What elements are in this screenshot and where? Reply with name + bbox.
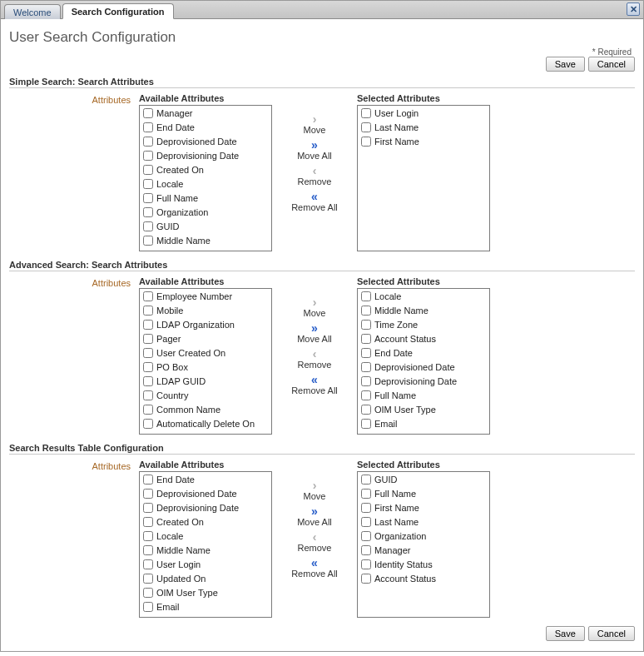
checkbox[interactable]	[143, 517, 153, 527]
checkbox[interactable]	[361, 503, 371, 513]
move-button[interactable]: ›Move	[281, 478, 348, 503]
list-item[interactable]: First Name	[358, 500, 489, 514]
list-item[interactable]: Account Status	[358, 571, 489, 585]
checkbox[interactable]	[361, 334, 371, 344]
list-item[interactable]: Updated On	[140, 571, 271, 585]
list-item[interactable]: Email	[358, 416, 489, 430]
checkbox[interactable]	[361, 517, 371, 527]
list-item[interactable]: GUID	[358, 472, 489, 486]
list-item[interactable]: Last Name	[358, 514, 489, 529]
list-item[interactable]: End Date	[358, 345, 489, 360]
list-item[interactable]: Locale	[358, 289, 489, 303]
checkbox[interactable]	[361, 122, 371, 132]
list-item[interactable]: Time Zone	[358, 317, 489, 331]
checkbox[interactable]	[143, 165, 153, 175]
checkbox[interactable]	[143, 221, 153, 231]
checkbox[interactable]	[361, 531, 371, 541]
tab-welcome[interactable]: Welcome	[4, 4, 61, 19]
list-item[interactable]: Manager	[358, 543, 489, 557]
results-selected-list[interactable]: GUIDFull NameFirst NameLast NameOrganiza…	[357, 471, 490, 618]
simple-selected-list[interactable]: User LoginLast NameFirst Name	[357, 105, 490, 251]
list-item[interactable]: Identity Status	[358, 557, 489, 571]
list-item[interactable]: Locale	[140, 176, 271, 191]
list-item[interactable]: OIM User Type	[358, 402, 489, 416]
list-item[interactable]: Pager	[140, 331, 271, 345]
checkbox[interactable]	[361, 405, 371, 415]
list-item[interactable]: Automatically Delete On	[140, 416, 271, 430]
checkbox[interactable]	[143, 574, 153, 584]
checkbox[interactable]	[143, 405, 153, 415]
checkbox[interactable]	[361, 419, 371, 429]
checkbox[interactable]	[143, 348, 153, 358]
simple-available-list[interactable]: ManagerEnd DateDeprovisioned DateDeprovi…	[139, 105, 272, 251]
checkbox[interactable]	[143, 531, 153, 541]
checkbox[interactable]	[143, 236, 153, 246]
list-item[interactable]: Email	[140, 599, 271, 614]
checkbox[interactable]	[143, 419, 153, 429]
list-item[interactable]: Employee Number	[140, 289, 271, 303]
list-item[interactable]: Deprovisioned Date	[140, 486, 271, 500]
move-button[interactable]: ›Move	[281, 112, 348, 137]
checkbox[interactable]	[361, 475, 371, 485]
list-item[interactable]: PO Box	[140, 360, 271, 374]
checkbox[interactable]	[361, 320, 371, 330]
list-item[interactable]: User Login	[358, 106, 489, 120]
remove-button[interactable]: ‹Remove	[281, 346, 348, 371]
list-item[interactable]: Created On	[140, 162, 271, 176]
list-item[interactable]: User Login	[140, 557, 271, 571]
checkbox[interactable]	[143, 390, 153, 400]
list-item[interactable]: OIM User Type	[140, 585, 271, 599]
checkbox[interactable]	[361, 545, 371, 555]
advanced-available-list[interactable]: Employee NumberMobileLDAP OrganizationPa…	[139, 288, 272, 435]
list-item[interactable]: Mobile	[140, 303, 271, 317]
list-item[interactable]: Country	[140, 388, 271, 402]
checkbox[interactable]	[143, 179, 153, 189]
checkbox[interactable]	[361, 108, 371, 118]
list-item[interactable]: LDAP Organization	[140, 317, 271, 331]
checkbox[interactable]	[143, 137, 153, 147]
checkbox[interactable]	[143, 320, 153, 330]
checkbox[interactable]	[143, 489, 153, 499]
list-item[interactable]: Locale	[140, 529, 271, 543]
checkbox[interactable]	[143, 207, 153, 217]
tab-search-configuration[interactable]: Search Configuration	[62, 3, 174, 19]
list-item[interactable]: GUID	[140, 219, 271, 233]
checkbox[interactable]	[361, 362, 371, 372]
checkbox[interactable]	[143, 108, 153, 118]
list-item[interactable]: Last Name	[358, 120, 489, 134]
checkbox[interactable]	[143, 503, 153, 513]
list-item[interactable]: Deprovisioning Date	[358, 374, 489, 388]
move-all-button[interactable]: »Move All	[281, 137, 348, 162]
move-all-button[interactable]: »Move All	[281, 321, 348, 345]
save-button[interactable]: Save	[546, 626, 585, 641]
list-item[interactable]: Manager	[140, 106, 271, 120]
checkbox[interactable]	[361, 291, 371, 301]
checkbox[interactable]	[143, 334, 153, 344]
list-item[interactable]: Deprovisioned Date	[140, 134, 271, 148]
checkbox[interactable]	[361, 376, 371, 386]
checkbox[interactable]	[361, 306, 371, 316]
list-item[interactable]: Middle Name	[140, 543, 271, 557]
list-item[interactable]: User Created On	[140, 345, 271, 360]
remove-all-button[interactable]: «Remove All	[281, 372, 348, 397]
list-item[interactable]: Deprovisioned Date	[358, 360, 489, 374]
checkbox[interactable]	[143, 291, 153, 301]
list-item[interactable]: Created On	[140, 514, 271, 529]
save-button[interactable]: Save	[546, 57, 585, 72]
checkbox[interactable]	[143, 306, 153, 316]
checkbox[interactable]	[143, 151, 153, 161]
list-item[interactable]: Middle Name	[140, 233, 271, 247]
checkbox[interactable]	[143, 193, 153, 203]
list-item[interactable]: Full Name	[358, 486, 489, 500]
list-item[interactable]: End Date	[140, 120, 271, 134]
cancel-button[interactable]: Cancel	[588, 626, 635, 641]
move-all-button[interactable]: »Move All	[281, 504, 348, 529]
list-item[interactable]: Organization	[140, 205, 271, 219]
checkbox[interactable]	[143, 545, 153, 555]
move-button[interactable]: ›Move	[281, 295, 348, 320]
results-available-list[interactable]: End DateDeprovisioned DateDeprovisioning…	[139, 471, 272, 618]
remove-button[interactable]: ‹Remove	[281, 163, 348, 188]
checkbox[interactable]	[143, 362, 153, 372]
checkbox[interactable]	[143, 559, 153, 569]
close-icon[interactable]: ✕	[627, 2, 640, 16]
